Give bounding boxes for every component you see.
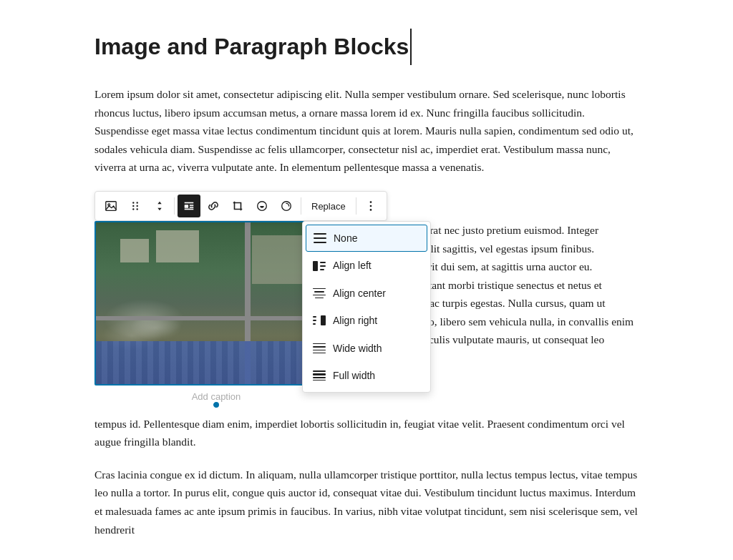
- wide-width-icon: [313, 343, 326, 353]
- mask-icon: [256, 200, 268, 212]
- below-image-paragraph: tempus id. Pellentesque diam enim, imper…: [94, 415, 639, 451]
- blue-dots: [96, 341, 336, 384]
- svg-rect-0: [106, 202, 116, 211]
- dropdown-label-full-width: Full width: [333, 368, 375, 383]
- dropdown-item-align-center[interactable]: Align center: [303, 280, 430, 307]
- align-button[interactable]: [178, 195, 200, 217]
- link-icon: [207, 200, 220, 212]
- drag-icon-button[interactable]: [124, 195, 147, 217]
- dropdown-item-align-left[interactable]: Align left: [303, 252, 430, 279]
- dropdown-label-align-center: Align center: [333, 285, 386, 301]
- more-icon: [364, 200, 377, 212]
- dropdown-label-wide-width: Wide width: [333, 340, 382, 356]
- building-2: [156, 230, 199, 262]
- star-button[interactable]: [275, 195, 298, 217]
- image-icon-button[interactable]: [99, 195, 122, 217]
- more-button[interactable]: [359, 195, 382, 217]
- mask-button[interactable]: [251, 195, 273, 217]
- resize-handle-bottom[interactable]: [212, 401, 220, 409]
- dropdown-item-full-width[interactable]: Full width: [303, 362, 430, 389]
- road-h: [96, 316, 336, 320]
- svg-point-2: [132, 202, 134, 203]
- svg-point-4: [132, 205, 134, 207]
- crop-button[interactable]: [226, 195, 249, 217]
- page-wrapper: Image and Paragraph Blocks Lorem ipsum d…: [73, 0, 660, 560]
- svg-point-5: [137, 205, 138, 207]
- dropdown-item-align-right[interactable]: Align right: [303, 307, 430, 334]
- align-left-icon: [313, 261, 326, 271]
- star-icon: [280, 200, 293, 212]
- building-1: [120, 239, 149, 263]
- last-paragraph: Cras lacinia congue ex id dictum. In ali…: [94, 466, 639, 539]
- svg-marker-8: [157, 202, 161, 205]
- image-block-wrapper: Replace None: [94, 191, 639, 451]
- image-placeholder[interactable]: [94, 221, 338, 385]
- svg-point-6: [132, 208, 134, 210]
- image-icon: [105, 200, 117, 212]
- svg-point-17: [369, 205, 372, 207]
- none-icon: [314, 233, 326, 243]
- image-side: Add caption: [94, 221, 338, 405]
- toolbar-divider-1: [174, 197, 175, 215]
- dropdown-label-align-left: Align left: [333, 257, 372, 273]
- svg-point-18: [369, 209, 372, 211]
- dropdown-item-wide-width[interactable]: Wide width: [303, 335, 430, 362]
- svg-marker-9: [157, 208, 161, 211]
- move-icon: [153, 200, 166, 212]
- align-center-icon: [313, 288, 326, 298]
- toolbar-divider-3: [356, 197, 356, 215]
- image-toolbar: Replace: [94, 191, 387, 221]
- move-icon-button[interactable]: [148, 195, 171, 217]
- link-button[interactable]: [202, 195, 225, 217]
- align-right-icon: [313, 315, 326, 325]
- svg-point-7: [137, 208, 138, 210]
- full-width-icon: [313, 370, 326, 380]
- first-paragraph: Lorem ipsum dolor sit amet, consectetur …: [94, 85, 639, 177]
- align-dropdown: None Align left: [302, 221, 431, 393]
- dropdown-item-none[interactable]: None: [306, 225, 427, 252]
- crop-icon: [231, 200, 244, 212]
- svg-point-15: [282, 202, 291, 211]
- svg-point-1: [108, 204, 110, 206]
- align-icon: [183, 200, 195, 212]
- svg-point-3: [137, 202, 138, 203]
- svg-point-16: [369, 201, 372, 203]
- toolbar-divider-2: [301, 197, 301, 215]
- drag-icon: [129, 200, 142, 212]
- dropdown-label-align-right: Align right: [333, 313, 377, 328]
- svg-rect-11: [185, 205, 188, 208]
- page-title[interactable]: Image and Paragraph Blocks: [94, 29, 412, 65]
- replace-button[interactable]: Replace: [304, 198, 353, 215]
- dropdown-label-none: None: [334, 230, 357, 246]
